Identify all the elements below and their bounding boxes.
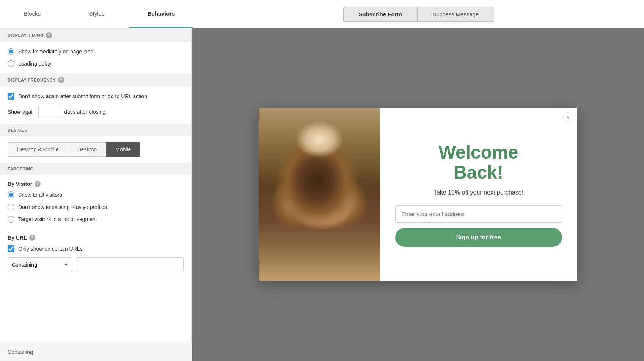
popup-preview: × Welcome Back! Take 10% off your next p… <box>259 108 577 281</box>
tab-behaviors[interactable]: Behaviors <box>129 0 193 28</box>
timing-delay-option[interactable]: Loading delay <box>8 60 184 67</box>
device-mobile-btn[interactable]: Mobile <box>106 142 140 157</box>
timing-immediate-label: Show immediately on page load <box>18 49 93 55</box>
by-url-label: By URL ? <box>8 235 184 241</box>
devices-header: DEVICES <box>0 124 191 136</box>
timing-immediate-option[interactable]: Show immediately on page load <box>8 48 184 55</box>
only-show-urls-option[interactable]: Only show on certain URLs <box>8 245 184 252</box>
close-icon: × <box>566 115 569 121</box>
targeting-header: TARGETING <box>0 163 191 175</box>
only-show-urls-label: Only show on certain URLs <box>18 246 83 252</box>
dont-show-label: Don't show again after submit form or go… <box>18 93 147 99</box>
display-timing-options: Show immediately on page load Loading de… <box>8 48 184 67</box>
preview-area: × Welcome Back! Take 10% off your next p… <box>192 28 644 361</box>
popup-close-button[interactable]: × <box>563 112 573 123</box>
display-frequency-help-icon[interactable]: ? <box>58 77 64 83</box>
popup-content: Welcome Back! Take 10% off your next pur… <box>380 108 577 281</box>
timing-delay-label: Loading delay <box>18 61 51 67</box>
by-url-section: By URL ? Only show on certain URLs Conta… <box>0 229 191 272</box>
preview-tab-subscribe-form[interactable]: Subscribe Form <box>344 7 418 21</box>
url-filter-dropdown[interactable]: Containing <box>8 257 72 272</box>
visitor-list-segment-option[interactable]: Target visitors in a list or segment <box>8 216 184 223</box>
show-again-days-input[interactable]: 90 <box>38 106 61 118</box>
popup-image <box>259 108 380 281</box>
visitor-all-label: Show to all visitors <box>18 192 62 198</box>
visitor-options: Show to all visitors Don't show to exist… <box>8 191 184 223</box>
device-desktop-btn[interactable]: Desktop <box>68 142 106 157</box>
visitor-all-option[interactable]: Show to all visitors <box>8 191 184 198</box>
tab-styles[interactable]: Styles <box>64 0 129 28</box>
url-filter-input[interactable]: utm_vip <box>76 257 184 272</box>
visitor-no-klaviyo-option[interactable]: Don't show to existing Klaviyo profiles <box>8 204 184 210</box>
display-timing-header: DISPLAY TIMING ? <box>0 28 191 42</box>
show-again-suffix: days after closing. <box>64 109 107 115</box>
device-selector: Desktop & Mobile Desktop Mobile <box>0 136 191 163</box>
show-again-row: Show again 90 days after closing. <box>8 106 184 118</box>
url-filter-row: Containing utm_vip <box>8 257 184 272</box>
by-visitor-help-icon[interactable]: ? <box>35 181 41 187</box>
display-timing-help-icon[interactable]: ? <box>46 32 52 38</box>
popup-email-input[interactable] <box>395 205 562 223</box>
by-visitor-label: By Visitor ? <box>8 181 184 187</box>
popup-subtitle: Take 10% off your next purchase! <box>434 189 523 196</box>
popup-title: Welcome Back! <box>439 143 518 183</box>
containing-bar: Containing <box>0 342 192 361</box>
preview-tab-success-message[interactable]: Success Message <box>418 7 494 21</box>
display-frequency-header: DISPLAY FREQUENCY ? <box>0 73 191 87</box>
visitor-list-segment-label: Target visitors in a list or segment <box>18 216 97 222</box>
dont-show-again-option[interactable]: Don't show again after submit form or go… <box>8 93 184 100</box>
visitor-no-klaviyo-label: Don't show to existing Klaviyo profiles <box>18 204 107 210</box>
popup-submit-button[interactable]: Sign up for free <box>395 228 562 247</box>
by-url-help-icon[interactable]: ? <box>29 235 35 241</box>
show-again-prefix: Show again <box>8 109 35 115</box>
device-desktop-mobile-btn[interactable]: Desktop & Mobile <box>8 142 68 157</box>
tab-blocks[interactable]: Blocks <box>0 0 64 28</box>
